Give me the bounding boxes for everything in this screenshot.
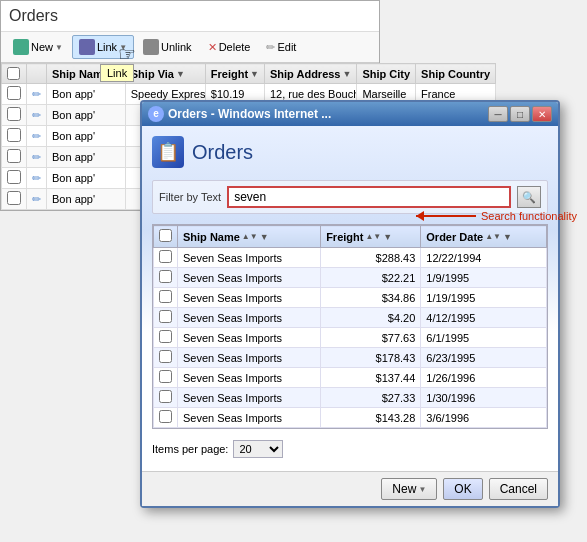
inner-table-row[interactable]: Seven Seas Imports $77.63 6/1/1995 bbox=[154, 328, 547, 348]
close-button[interactable]: ✕ bbox=[532, 106, 552, 122]
footer-new-button[interactable]: New ▼ bbox=[381, 478, 437, 500]
inner-table-row[interactable]: Seven Seas Imports $4.20 4/12/1995 bbox=[154, 308, 547, 328]
bg-orders-title: Orders bbox=[1, 1, 379, 32]
filter-go-button[interactable]: 🔍 bbox=[517, 186, 541, 208]
minimize-button[interactable]: ─ bbox=[488, 106, 508, 122]
per-page-select[interactable]: 102050100 bbox=[233, 440, 283, 458]
ie-icon: e bbox=[148, 106, 164, 122]
modal-body: 📋 Orders Filter by Text 🔍 Ship Name bbox=[142, 126, 558, 471]
modal-footer: New ▼ OK Cancel bbox=[142, 471, 558, 506]
ship-via-filter-icon[interactable]: ▼ bbox=[176, 69, 185, 79]
inner-row-checkbox[interactable] bbox=[159, 330, 172, 343]
unlink-button[interactable]: Unlink bbox=[136, 35, 199, 59]
inner-col-ship-name[interactable]: Ship Name ▲▼ ▼ bbox=[178, 226, 321, 248]
row-checkbox[interactable] bbox=[7, 128, 21, 142]
row-edit-icon[interactable]: ✏ bbox=[32, 130, 41, 142]
filter-row: Filter by Text 🔍 bbox=[152, 180, 548, 214]
row-edit-icon[interactable]: ✏ bbox=[32, 88, 41, 100]
inner-row-freight: $137.44 bbox=[321, 368, 421, 388]
inner-row-freight: $77.63 bbox=[321, 328, 421, 348]
inner-table-container: Ship Name ▲▼ ▼ Freight ▲▼ ▼ bbox=[152, 224, 548, 429]
order-date-sort[interactable]: ▲▼ bbox=[485, 232, 501, 241]
new-dropdown-arrow[interactable]: ▼ bbox=[55, 43, 63, 52]
inner-table-row[interactable]: Seven Seas Imports $288.43 12/22/1994 bbox=[154, 248, 547, 268]
inner-col-order-date[interactable]: Order Date ▲▼ ▼ bbox=[421, 226, 547, 248]
col-ship-city[interactable]: Ship City bbox=[357, 64, 416, 84]
inner-table-row[interactable]: Seven Seas Imports $22.21 1/9/1995 bbox=[154, 268, 547, 288]
row-checkbox[interactable] bbox=[7, 191, 21, 205]
inner-row-checkbox[interactable] bbox=[159, 370, 172, 383]
col-ship-name[interactable]: Ship Name▼ bbox=[47, 64, 126, 84]
inner-select-all[interactable] bbox=[159, 229, 172, 242]
delete-icon: ✕ bbox=[208, 41, 217, 54]
inner-row-order-date: 4/12/1995 bbox=[421, 308, 547, 328]
freight-col-filter[interactable]: ▼ bbox=[383, 232, 392, 242]
inner-row-ship-name: Seven Seas Imports bbox=[178, 268, 321, 288]
freight-sort[interactable]: ▲▼ bbox=[365, 232, 381, 241]
row-ship-name: Bon app' bbox=[47, 189, 126, 210]
inner-table-row[interactable]: Seven Seas Imports $34.86 1/19/1995 bbox=[154, 288, 547, 308]
col-ship-address[interactable]: Ship Address▼ bbox=[264, 64, 356, 84]
inner-row-ship-name: Seven Seas Imports bbox=[178, 288, 321, 308]
footer-cancel-button[interactable]: Cancel bbox=[489, 478, 548, 500]
ship-name-sort[interactable]: ▲▼ bbox=[242, 232, 258, 241]
row-checkbox[interactable] bbox=[7, 107, 21, 121]
inner-row-ship-name: Seven Seas Imports bbox=[178, 308, 321, 328]
inner-row-checkbox[interactable] bbox=[159, 270, 172, 283]
inner-row-checkbox[interactable] bbox=[159, 250, 172, 263]
address-filter-icon[interactable]: ▼ bbox=[342, 69, 351, 79]
filter-input[interactable] bbox=[227, 186, 511, 208]
delete-button[interactable]: ✕ Delete bbox=[201, 37, 258, 58]
toolbar: New ▼ Link ▼ Unlink ✕ Delete ✏ Edit bbox=[1, 32, 379, 63]
inner-table-row[interactable]: Seven Seas Imports $143.28 3/6/1996 bbox=[154, 408, 547, 428]
link-icon bbox=[79, 39, 95, 55]
inner-table-row[interactable]: Seven Seas Imports $27.33 1/30/1996 bbox=[154, 388, 547, 408]
row-checkbox[interactable] bbox=[7, 86, 21, 100]
col-edit bbox=[27, 64, 47, 84]
inner-row-checkbox[interactable] bbox=[159, 290, 172, 303]
freight-filter-icon[interactable]: ▼ bbox=[250, 69, 259, 79]
inner-row-order-date: 3/6/1996 bbox=[421, 408, 547, 428]
ship-name-col-filter[interactable]: ▼ bbox=[260, 232, 269, 242]
row-edit-icon[interactable]: ✏ bbox=[32, 109, 41, 121]
restore-button[interactable]: □ bbox=[510, 106, 530, 122]
new-button[interactable]: New ▼ bbox=[6, 35, 70, 59]
row-edit-icon[interactable]: ✏ bbox=[32, 193, 41, 205]
inner-table: Ship Name ▲▼ ▼ Freight ▲▼ ▼ bbox=[153, 225, 547, 428]
col-freight[interactable]: Freight▼ bbox=[205, 64, 264, 84]
link-dropdown-arrow[interactable]: ▼ bbox=[119, 43, 127, 52]
inner-col-freight[interactable]: Freight ▲▼ ▼ bbox=[321, 226, 421, 248]
inner-row-order-date: 1/26/1996 bbox=[421, 368, 547, 388]
inner-row-freight: $288.43 bbox=[321, 248, 421, 268]
row-checkbox[interactable] bbox=[7, 149, 21, 163]
row-edit-icon[interactable]: ✏ bbox=[32, 151, 41, 163]
inner-table-row[interactable]: Seven Seas Imports $178.43 6/23/1995 bbox=[154, 348, 547, 368]
inner-row-checkbox[interactable] bbox=[159, 350, 172, 363]
orders-logo: 📋 bbox=[152, 136, 184, 168]
modal-title: e Orders - Windows Internet ... bbox=[148, 106, 331, 122]
row-checkbox[interactable] bbox=[7, 170, 21, 184]
inner-row-checkbox[interactable] bbox=[159, 310, 172, 323]
inner-table-row[interactable]: Seven Seas Imports $137.44 1/26/1996 bbox=[154, 368, 547, 388]
footer-ok-button[interactable]: OK bbox=[443, 478, 482, 500]
unlink-icon bbox=[143, 39, 159, 55]
link-button[interactable]: Link ▼ bbox=[72, 35, 134, 59]
inner-row-order-date: 1/19/1995 bbox=[421, 288, 547, 308]
edit-button[interactable]: ✏ Edit bbox=[259, 37, 303, 58]
inner-row-checkbox[interactable] bbox=[159, 390, 172, 403]
footer-new-arrow[interactable]: ▼ bbox=[418, 485, 426, 494]
row-ship-name: Bon app' bbox=[47, 84, 126, 105]
ship-name-filter-icon[interactable]: ▼ bbox=[111, 69, 120, 79]
row-edit-icon[interactable]: ✏ bbox=[32, 172, 41, 184]
modal-controls: ─ □ ✕ bbox=[488, 106, 552, 122]
row-ship-name: Bon app' bbox=[47, 105, 126, 126]
inner-row-freight: $4.20 bbox=[321, 308, 421, 328]
col-ship-country[interactable]: Ship Country bbox=[416, 64, 496, 84]
select-all-checkbox[interactable] bbox=[7, 67, 20, 80]
order-date-col-filter[interactable]: ▼ bbox=[503, 232, 512, 242]
edit-icon: ✏ bbox=[266, 41, 275, 54]
inner-row-ship-name: Seven Seas Imports bbox=[178, 328, 321, 348]
col-ship-via[interactable]: Ship Via▼ bbox=[125, 64, 205, 84]
search-annotation: Search functionality bbox=[416, 210, 577, 222]
inner-row-checkbox[interactable] bbox=[159, 410, 172, 423]
